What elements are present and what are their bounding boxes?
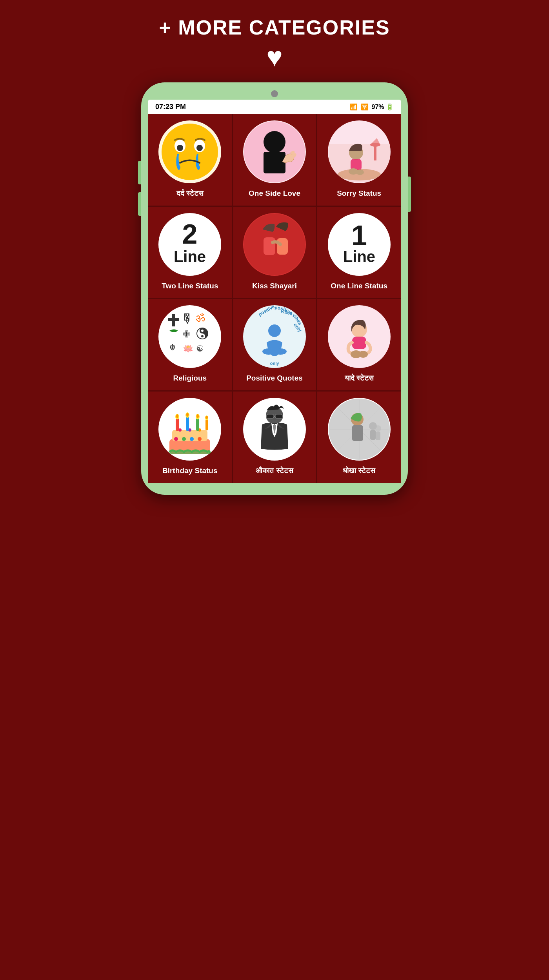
svg-rect-68	[176, 418, 179, 431]
svg-point-13	[370, 143, 380, 147]
svg-text:☯: ☯	[196, 344, 204, 353]
circle-yaade	[328, 305, 391, 368]
category-oneside[interactable]: One Side Love	[233, 114, 316, 206]
phone-button-vol-down	[138, 192, 141, 216]
label-oneline: One Line Status	[331, 281, 387, 291]
circle-positive: positive vibes only positive vibes only	[243, 305, 306, 368]
svg-rect-11	[374, 145, 376, 160]
circle-dard	[158, 120, 221, 183]
svg-text:Line: Line	[343, 248, 375, 265]
label-religious: Religious	[173, 373, 207, 383]
label-aukat: औकात स्टेटस	[256, 466, 293, 476]
label-oneside: One Side Love	[249, 189, 300, 199]
heart-icon: ♥	[266, 43, 283, 71]
svg-text:1: 1	[351, 220, 367, 251]
category-positive[interactable]: positive vibes only positive vibes only …	[233, 299, 316, 390]
svg-rect-31	[168, 318, 179, 321]
svg-point-45	[268, 324, 281, 337]
label-dard: दर्द स्टेटस	[176, 189, 204, 199]
category-kiss[interactable]: Kiss Shayari	[233, 207, 316, 298]
category-sorry[interactable]: Sorry Status	[317, 114, 401, 206]
svg-point-63	[190, 437, 194, 441]
svg-point-46	[262, 348, 275, 355]
category-dard[interactable]: दर्द स्टेटस	[148, 114, 232, 206]
circle-sorry	[328, 120, 391, 183]
svg-point-64	[198, 437, 202, 441]
svg-point-39	[201, 330, 204, 332]
label-positive: Positive Quotes	[246, 373, 303, 383]
svg-text:only: only	[270, 361, 279, 366]
svg-point-73	[176, 414, 178, 418]
svg-rect-69	[186, 417, 189, 431]
svg-point-3	[177, 145, 183, 151]
svg-rect-97	[376, 432, 380, 440]
phone-notch-area	[148, 90, 401, 97]
svg-rect-70	[196, 418, 199, 431]
svg-rect-95	[370, 430, 376, 440]
battery-indicator: 97% 🔋	[372, 103, 394, 111]
circle-kiss	[243, 213, 306, 276]
category-oneline[interactable]: 1 Line One Line Status	[317, 207, 401, 298]
svg-text:Line: Line	[174, 248, 206, 265]
svg-rect-25	[277, 238, 288, 255]
svg-rect-93	[352, 425, 363, 441]
status-bar: 07:23 PM 📶 🛜 97% 🔋	[148, 100, 401, 114]
svg-point-79	[205, 416, 208, 419]
svg-rect-71	[205, 419, 208, 430]
label-sorry: Sorry Status	[337, 189, 381, 199]
wifi-icon: 🛜	[361, 103, 369, 111]
circle-religious: ॐ ✙ ☬ 🪷	[158, 305, 221, 368]
phone-frame: 07:23 PM 📶 🛜 97% 🔋	[141, 82, 408, 495]
label-kiss: Kiss Shayari	[252, 281, 297, 291]
label-birthday: Birthday Status	[162, 466, 217, 476]
svg-rect-83	[267, 414, 274, 418]
label-twoline: Two Line Status	[162, 281, 218, 291]
header-section: + MORE CATEGORIES ♥	[159, 16, 390, 71]
svg-point-96	[375, 425, 381, 432]
svg-point-6	[264, 131, 285, 153]
svg-point-57	[358, 351, 368, 358]
svg-rect-7	[264, 152, 285, 173]
circle-aukat	[243, 398, 306, 461]
svg-point-77	[196, 414, 199, 418]
phone-camera	[271, 90, 278, 97]
phone-screen: दर्द स्टेटस O	[148, 114, 401, 483]
category-aukat[interactable]: औकात स्टेटस	[233, 392, 316, 483]
phone-button-vol-up	[138, 161, 141, 184]
svg-point-4	[196, 145, 203, 151]
svg-point-65	[178, 428, 182, 432]
circle-dhokha	[328, 398, 391, 461]
label-dhokha: धोखा स्टेटस	[343, 466, 375, 476]
circle-oneside	[243, 120, 306, 183]
svg-text:☬: ☬	[169, 342, 176, 352]
svg-point-36	[175, 330, 176, 332]
svg-point-17	[356, 169, 364, 175]
svg-rect-55	[352, 337, 366, 349]
category-birthday[interactable]: Birthday Status	[148, 392, 232, 483]
category-grid: दर्द स्टेटस O	[148, 114, 401, 483]
svg-point-0	[162, 124, 218, 180]
signal-icon: 📶	[350, 103, 358, 111]
category-religious[interactable]: ॐ ✙ ☬ 🪷	[148, 299, 232, 390]
svg-text:🪷: 🪷	[183, 343, 194, 354]
circle-twoline: 2 Line	[158, 213, 221, 276]
page-title: + MORE CATEGORIES	[159, 16, 390, 39]
svg-rect-84	[275, 414, 282, 418]
svg-point-75	[186, 413, 189, 417]
svg-rect-23	[264, 237, 275, 255]
svg-text:ॐ: ॐ	[196, 312, 205, 324]
category-twoline[interactable]: 2 Line Two Line Status	[148, 207, 232, 298]
svg-point-61	[174, 437, 178, 441]
svg-point-62	[182, 437, 186, 441]
svg-point-40	[201, 335, 204, 337]
label-yaade: यादे स्टेटस	[345, 373, 374, 383]
phone-button-power	[408, 177, 411, 212]
status-time: 07:23 PM	[155, 103, 186, 111]
svg-rect-80	[169, 451, 210, 454]
svg-text:✙: ✙	[183, 329, 191, 339]
svg-text:2: 2	[182, 219, 198, 250]
status-bar-right: 📶 🛜 97% 🔋	[350, 103, 394, 111]
circle-oneline: 1 Line	[328, 213, 391, 276]
category-dhokha[interactable]: धोखा स्टेटस	[317, 392, 401, 483]
category-yaade[interactable]: यादे स्टेटस	[317, 299, 401, 390]
